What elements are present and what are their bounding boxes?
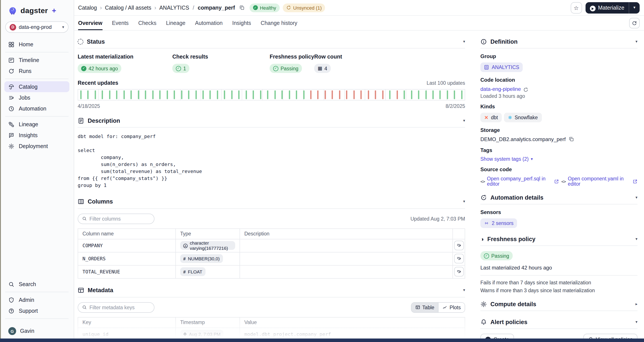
- update-bar[interactable]: [202, 90, 204, 99]
- update-bar[interactable]: [174, 90, 175, 99]
- materialize-main[interactable]: Materialize: [585, 4, 629, 12]
- refresh-button[interactable]: [629, 18, 640, 28]
- view-column-lineage-button[interactable]: [454, 267, 464, 276]
- status-badge[interactable]: ✓Passing: [270, 64, 302, 73]
- update-bar[interactable]: [159, 90, 160, 99]
- collapse-icon[interactable]: ▾: [636, 237, 638, 241]
- compute-details-header[interactable]: Compute details ▸: [480, 298, 638, 310]
- open-in-editor-link[interactable]: Open component.yaml in editor: [568, 176, 630, 186]
- update-bar[interactable]: [152, 90, 153, 99]
- update-bar[interactable]: [360, 90, 362, 99]
- reload-icon[interactable]: [523, 87, 528, 92]
- sensors-badge[interactable]: 2 sensors: [480, 218, 517, 228]
- breadcrumb-all-assets[interactable]: Catalog / All assets: [105, 5, 152, 11]
- expand-icon[interactable]: ▸: [636, 302, 638, 306]
- open-in-editor-link[interactable]: Open company_perf.sql in editor: [487, 176, 552, 186]
- sidebar-item-lineage[interactable]: Lineage: [4, 119, 69, 130]
- timestamp-badge[interactable]: Aug 2, 7:03 PM: [180, 330, 224, 338]
- definition-section-header[interactable]: Definition ▾: [480, 36, 638, 47]
- kind-badge-snowflake[interactable]: ❄Snowflake: [504, 113, 542, 122]
- toggle-table[interactable]: Table: [412, 302, 438, 312]
- group-badge[interactable]: ANALYTICS: [480, 63, 523, 72]
- health-badge[interactable]: ✓Healthy: [249, 3, 280, 12]
- status-section-header[interactable]: Status ▾: [78, 36, 465, 47]
- columns-section-header[interactable]: Columns ▾: [78, 196, 465, 207]
- collapse-icon[interactable]: ▾: [636, 195, 638, 199]
- deployment-switcher[interactable]: D data-eng-prod ▾: [5, 22, 68, 33]
- collapse-icon[interactable]: ▾: [463, 40, 465, 44]
- update-bar[interactable]: [375, 90, 376, 99]
- update-bar[interactable]: [411, 90, 412, 99]
- description-section-header[interactable]: Description ▾: [78, 115, 465, 126]
- kind-badge-dbt[interactable]: ✕dbt: [480, 113, 502, 122]
- alert-policies-header[interactable]: Alert policies ▾: [480, 316, 638, 327]
- copy-icon[interactable]: [569, 136, 575, 142]
- update-bar[interactable]: [461, 90, 462, 99]
- update-bar[interactable]: [382, 90, 383, 99]
- update-bar[interactable]: [253, 90, 254, 99]
- view-column-lineage-button[interactable]: [454, 241, 464, 250]
- status-badge[interactable]: ✓42 hours ago: [78, 64, 121, 73]
- update-bar[interactable]: [195, 90, 196, 99]
- update-bar[interactable]: [425, 90, 426, 99]
- update-bar[interactable]: [138, 90, 139, 99]
- sidebar-item-search[interactable]: Search: [4, 279, 69, 289]
- update-bar[interactable]: [95, 90, 96, 99]
- update-bar[interactable]: [88, 90, 89, 99]
- update-bar[interactable]: [454, 90, 455, 99]
- updates-strip[interactable]: [78, 89, 465, 101]
- tab-automation[interactable]: Automation: [195, 16, 222, 30]
- update-bar[interactable]: [440, 90, 441, 99]
- sidebar-item-jobs[interactable]: Jobs: [4, 92, 69, 103]
- update-bar[interactable]: [389, 90, 390, 99]
- tab-overview[interactable]: Overview: [78, 16, 102, 30]
- update-bar[interactable]: [418, 90, 419, 99]
- columns-filter[interactable]: [78, 213, 154, 224]
- tab-lineage[interactable]: Lineage: [166, 16, 186, 30]
- tab-checks[interactable]: Checks: [138, 16, 156, 30]
- update-bar[interactable]: [217, 90, 218, 99]
- collapse-icon[interactable]: ▾: [463, 200, 465, 204]
- update-bar[interactable]: [396, 90, 398, 99]
- sidebar-item-insights[interactable]: Insights: [4, 130, 69, 141]
- sidebar-item-automation[interactable]: Automation: [4, 103, 69, 114]
- update-bar[interactable]: [131, 90, 132, 99]
- update-bar[interactable]: [124, 90, 125, 99]
- materialize-dropdown[interactable]: ▾: [629, 6, 640, 10]
- update-bar[interactable]: [332, 90, 333, 99]
- sidebar-item-deployment[interactable]: Deployment: [4, 141, 69, 152]
- materialize-button[interactable]: Materialize ▾: [585, 2, 640, 13]
- update-bar[interactable]: [166, 90, 168, 99]
- sidebar-item-admin[interactable]: Admin: [4, 294, 69, 305]
- tab-events[interactable]: Events: [112, 16, 128, 30]
- update-bar[interactable]: [324, 90, 326, 99]
- update-bar[interactable]: [260, 90, 261, 99]
- sidebar-item-support[interactable]: Support: [4, 305, 69, 316]
- sidebar-item-home[interactable]: Home: [4, 39, 69, 50]
- update-bar[interactable]: [432, 90, 434, 99]
- freshness-policy-header[interactable]: ◑ Freshness policy ▾: [480, 233, 638, 245]
- metadata-filter[interactable]: [78, 302, 154, 312]
- copy-icon[interactable]: [239, 5, 245, 11]
- update-bar[interactable]: [238, 90, 240, 99]
- breadcrumb-catalog[interactable]: Catalog: [78, 5, 97, 11]
- toggle-plots[interactable]: Plots: [438, 302, 465, 312]
- update-bar[interactable]: [267, 90, 268, 99]
- sidebar-item-catalog[interactable]: Catalog: [4, 81, 69, 92]
- update-bar[interactable]: [339, 90, 340, 99]
- update-bar[interactable]: [246, 90, 247, 99]
- update-bar[interactable]: [447, 90, 448, 99]
- status-badge[interactable]: ▦4: [314, 64, 331, 73]
- collapse-icon[interactable]: ▾: [463, 119, 465, 123]
- metadata-section-header[interactable]: Metadata ▾: [78, 284, 465, 296]
- update-bar[interactable]: [224, 90, 225, 99]
- update-bar[interactable]: [102, 90, 103, 99]
- update-bar[interactable]: [181, 90, 182, 99]
- breadcrumb-group[interactable]: ANALYTICS: [159, 5, 189, 11]
- update-bar[interactable]: [145, 90, 146, 99]
- automation-details-header[interactable]: Automation details ▾: [480, 192, 638, 203]
- update-bar[interactable]: [346, 90, 348, 99]
- metadata-filter-input[interactable]: [90, 305, 150, 310]
- update-bar[interactable]: [318, 90, 319, 99]
- unsynced-badge[interactable]: Unsynced (1): [283, 3, 325, 12]
